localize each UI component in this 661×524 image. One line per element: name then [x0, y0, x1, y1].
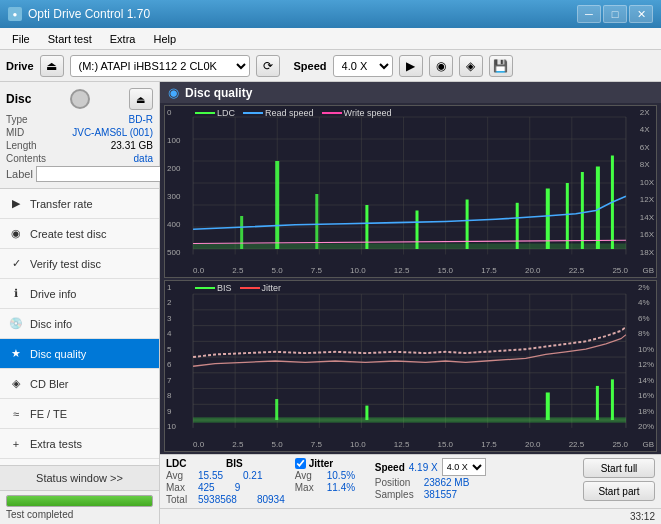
chart-header-icon: ◉ [168, 85, 179, 100]
disc-panel-label: Disc [6, 92, 31, 106]
drive-info-icon: ℹ [8, 286, 24, 302]
svg-rect-52 [275, 399, 278, 420]
legend-jitter: Jitter [262, 283, 282, 293]
maximize-button[interactable]: □ [603, 5, 627, 23]
speed-select[interactable]: 4.0 X [333, 55, 393, 77]
total-label: Total [166, 494, 194, 505]
speed-stat-select[interactable]: 4.0 X [442, 458, 486, 476]
disc-eject-btn[interactable]: ⏏ [129, 88, 153, 110]
svg-rect-55 [596, 385, 599, 419]
svg-rect-56 [611, 379, 614, 420]
svg-rect-19 [240, 216, 243, 249]
label-input[interactable] [36, 166, 169, 182]
nav-label-cd-bler: CD Bler [30, 378, 69, 390]
svg-rect-21 [315, 194, 318, 249]
length-value: 23.31 GB [111, 140, 153, 151]
svg-rect-29 [596, 167, 600, 250]
progress-bar-fill [7, 496, 152, 506]
jitter-avg: 10.5% [327, 470, 355, 481]
speed-arrow-icon[interactable]: ▶ [399, 55, 423, 77]
drivebar: Drive ⏏ (M:) ATAPI iHBS112 2 CL0K ⟳ Spee… [0, 50, 661, 82]
start-full-button[interactable]: Start full [583, 458, 655, 478]
drive-eject-icon[interactable]: ⏏ [40, 55, 64, 77]
minimize-button[interactable]: ─ [577, 5, 601, 23]
disc-icon [70, 89, 90, 109]
drive-action2-icon[interactable]: ◈ [459, 55, 483, 77]
progress-area: Test completed [0, 491, 159, 524]
max-label: Max [166, 482, 194, 493]
position-label: Position [375, 477, 420, 488]
drive-label: Drive [6, 60, 34, 72]
menu-file[interactable]: File [4, 31, 38, 47]
ldc-total: 5938568 [198, 494, 237, 505]
nav-item-disc-quality[interactable]: ★ Disc quality [0, 339, 159, 369]
nav-item-cd-bler[interactable]: ◈ CD Bler [0, 369, 159, 399]
status-window-label: Status window >> [36, 472, 123, 484]
create-test-disc-icon: ◉ [8, 226, 24, 242]
length-label: Length [6, 140, 37, 151]
avg-label: Avg [166, 470, 194, 481]
legend-write-speed: Write speed [344, 108, 392, 118]
menu-start-test[interactable]: Start test [40, 31, 100, 47]
menu-extra[interactable]: Extra [102, 31, 144, 47]
ldc-bis-stats: LDC BIS Avg 15.55 0.21 Max 425 9 [166, 458, 285, 505]
jitter-header: Jitter [309, 458, 333, 469]
chart2-svg [165, 281, 656, 452]
legend-read-speed: Read speed [265, 108, 314, 118]
bis-max: 9 [235, 482, 241, 493]
drive-refresh-icon[interactable]: ⟳ [256, 55, 280, 77]
svg-rect-28 [581, 172, 584, 249]
drive-select[interactable]: (M:) ATAPI iHBS112 2 CL0K [70, 55, 250, 77]
jitter-checkbox[interactable] [295, 458, 306, 469]
position-value: 23862 MB [424, 477, 470, 488]
close-button[interactable]: ✕ [629, 5, 653, 23]
chart-header: ◉ Disc quality [160, 82, 661, 103]
chart1-gb-label: GB [642, 266, 654, 275]
menubar: File Start test Extra Help [0, 28, 661, 50]
content-area: ◉ Disc quality LDC Read speed Write spee… [160, 82, 661, 524]
speed-stat-value: 4.19 X [409, 462, 438, 473]
transfer-rate-icon: ▶ [8, 196, 24, 212]
svg-rect-23 [416, 211, 419, 250]
chart1-svg [165, 106, 656, 277]
drive-action1-icon[interactable]: ◉ [429, 55, 453, 77]
nav-item-create-test-disc[interactable]: ◉ Create test disc [0, 219, 159, 249]
samples-value: 381557 [424, 489, 457, 500]
action-buttons: Start full Start part [583, 458, 655, 501]
svg-rect-51 [193, 417, 626, 422]
cd-bler-icon: ◈ [8, 376, 24, 392]
nav-item-fe-te[interactable]: ≈ FE / TE [0, 399, 159, 429]
bis-avg: 0.21 [243, 470, 262, 481]
drive-save-icon[interactable]: 💾 [489, 55, 513, 77]
contents-label: Contents [6, 153, 46, 164]
nav-item-disc-info[interactable]: 💿 Disc info [0, 309, 159, 339]
time-value: 33:12 [630, 511, 655, 522]
nav-label-verify-test-disc: Verify test disc [30, 258, 101, 270]
disc-quality-icon: ★ [8, 346, 24, 362]
svg-rect-53 [365, 405, 368, 419]
speed-stat-header: Speed [375, 462, 405, 473]
fe-te-icon: ≈ [8, 406, 24, 422]
jitter-max: 11.4% [327, 482, 355, 493]
nav-items: ▶ Transfer rate ◉ Create test disc ✓ Ver… [0, 189, 159, 465]
app-title: Opti Drive Control 1.70 [28, 7, 150, 21]
nav-item-verify-test-disc[interactable]: ✓ Verify test disc [0, 249, 159, 279]
status-window-btn[interactable]: Status window >> [0, 465, 159, 491]
progress-bar-container [6, 495, 153, 507]
type-label: Type [6, 114, 28, 125]
status-text: Test completed [6, 509, 153, 520]
chart2: BIS Jitter 10987654321 20%18%16%14%12%10… [164, 280, 657, 453]
chart-title: Disc quality [185, 86, 252, 100]
titlebar: ● Opti Drive Control 1.70 ─ □ ✕ [0, 0, 661, 28]
start-part-button[interactable]: Start part [583, 481, 655, 501]
verify-test-disc-icon: ✓ [8, 256, 24, 272]
chart2-legend: BIS Jitter [195, 283, 281, 293]
menu-help[interactable]: Help [145, 31, 184, 47]
nav-item-transfer-rate[interactable]: ▶ Transfer rate [0, 189, 159, 219]
disc-panel: Disc ⏏ Type BD-R MID JVC-AMS6L (001) Len… [0, 82, 159, 189]
svg-rect-18 [193, 244, 626, 250]
nav-label-extra-tests: Extra tests [30, 438, 82, 450]
nav-item-extra-tests[interactable]: + Extra tests [0, 429, 159, 459]
nav-label-transfer-rate: Transfer rate [30, 198, 93, 210]
nav-item-drive-info[interactable]: ℹ Drive info [0, 279, 159, 309]
